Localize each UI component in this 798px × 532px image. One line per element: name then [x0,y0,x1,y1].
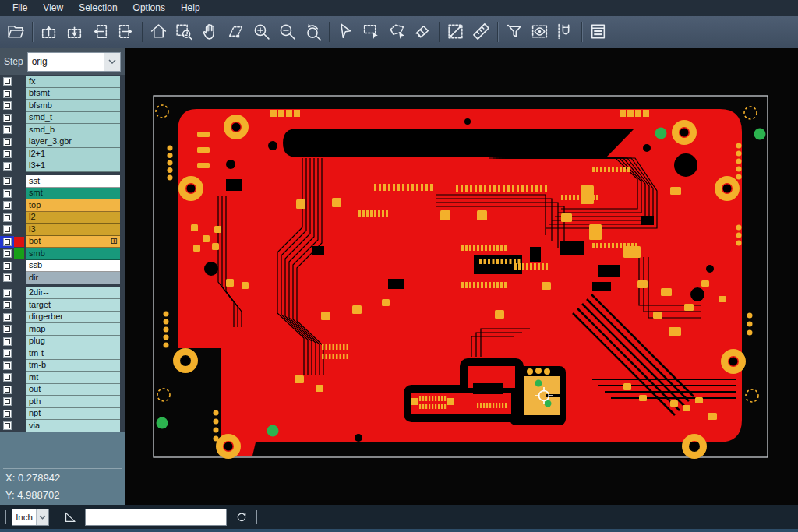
layer-checkbox[interactable] [0,88,14,100]
layer-checkbox[interactable] [0,236,14,248]
layer-checkbox[interactable] [0,212,14,224]
layer-checkbox[interactable] [0,224,14,236]
filter-button[interactable] [501,18,527,46]
layer-checkbox[interactable] [0,148,14,160]
layer-checkbox[interactable] [0,260,14,273]
measure-point-button[interactable] [443,18,468,46]
layer-checkbox[interactable] [0,175,14,188]
select-polygon-button[interactable] [384,18,410,46]
corner-measure-icon[interactable] [61,508,79,527]
layer-row-l3[interactable]: l3 [0,224,125,236]
layer-row-bfsmt[interactable]: bfsmt [0,88,125,100]
layer-checkbox[interactable] [0,160,14,173]
select-rectangle-button[interactable] [358,18,384,46]
visibility-button[interactable] [527,18,553,46]
layer-checkbox[interactable] [0,384,14,396]
layer-checkbox[interactable] [0,360,14,372]
layer-row-l3+1[interactable]: l3+1 [0,160,125,173]
zoom-out-button[interactable] [274,18,300,46]
layer-checkbox[interactable] [0,100,14,112]
zoom-home-button[interactable] [146,18,171,46]
layer-row-smb[interactable]: smb [0,248,125,260]
layer-checkbox[interactable] [0,420,14,432]
layer-checkbox[interactable] [0,347,14,360]
layer-checkbox[interactable] [0,136,14,149]
command-input[interactable] [85,509,227,526]
refresh-icon[interactable] [232,508,251,527]
shift-right-button[interactable] [113,18,139,46]
layer-checkbox[interactable] [0,323,14,336]
layer-row-dirgerber[interactable]: dirgerber [0,312,125,324]
layer-row-tm-t[interactable]: tm-t [0,347,125,360]
layer-checkbox[interactable] [0,272,14,284]
pan-button[interactable] [197,18,223,46]
layer-label: 2dir-- [26,287,120,300]
report-button[interactable] [585,18,611,46]
units-dropdown[interactable]: Inch [12,509,49,526]
layer-checkbox[interactable] [0,112,14,125]
layer-checkbox[interactable] [0,124,14,136]
measure-ruler-button[interactable] [468,18,494,46]
layer-checkbox[interactable] [0,199,14,212]
layer-checkbox[interactable] [0,312,14,324]
layer-row-fx[interactable]: fx [0,76,125,88]
menu-item-options[interactable]: Options [125,1,173,16]
layer-row-via[interactable]: via [0,420,125,432]
layer-checkbox[interactable] [0,396,14,408]
layer-row-smt[interactable]: smt [0,188,125,200]
import-up-button[interactable] [36,18,62,46]
layer-row-sst[interactable]: sst [0,175,125,188]
layer-row-smd_t[interactable]: smd_t [0,112,125,125]
import-down-button[interactable] [62,18,87,46]
layer-row-dir[interactable]: dir [0,272,125,284]
layer-checkbox[interactable] [0,336,14,348]
layer-checkbox[interactable] [0,248,14,260]
zoom-window-button[interactable] [171,18,197,46]
snap-button[interactable] [553,18,578,46]
pcb-viewport[interactable] [125,48,798,505]
layer-row-npt[interactable]: npt [0,408,125,421]
layer-checkbox[interactable] [0,188,14,200]
menu-item-selection[interactable]: Selection [71,1,125,16]
layer-row-2dir--[interactable]: 2dir-- [0,287,125,300]
layer-checkbox[interactable] [0,299,14,312]
layer-row-ssb[interactable]: ssb [0,260,125,273]
layer-checkbox[interactable] [0,287,14,300]
layer-row-bot[interactable]: bot⊞ [0,236,125,248]
layer-label: via [26,420,120,432]
layer-row-plug[interactable]: plug [0,336,125,348]
select-rectangle-icon [362,22,381,41]
layer-label: pth [26,396,120,408]
layer-row-mt[interactable]: mt [0,372,125,384]
step-dropdown[interactable]: orig [27,52,121,72]
layer-checkbox[interactable] [0,76,14,88]
layer-row-bfsmb[interactable]: bfsmb [0,100,125,112]
layer-row-tm-b[interactable]: tm-b [0,360,125,372]
layer-row-pth[interactable]: pth [0,396,125,408]
layer-checkbox[interactable] [0,372,14,384]
zoom-previous-button[interactable] [300,18,326,46]
zoom-polygon-button[interactable] [223,18,249,46]
pcb-canvas[interactable] [125,48,798,505]
layer-row-map[interactable]: map [0,323,125,336]
clear-highlight-button[interactable] [410,18,436,46]
menu-item-help[interactable]: Help [173,1,208,16]
zoom-in-button[interactable] [249,18,274,46]
menu-item-view[interactable]: View [35,1,71,16]
layer-checkbox[interactable] [0,408,14,421]
layer-row-target[interactable]: target [0,299,125,312]
layer-label: l2 [26,212,120,224]
layer-row-smd_b[interactable]: smd_b [0,124,125,136]
open-folder-button[interactable] [3,18,29,46]
layer-color-swatch [14,113,24,124]
layer-row-top[interactable]: top [0,199,125,212]
layer-row-layer_3.gbr[interactable]: layer_3.gbr [0,136,125,149]
layer-row-l2[interactable]: l2 [0,212,125,224]
checkbox-icon [3,238,12,246]
shift-left-button[interactable] [87,18,113,46]
select-button[interactable] [333,18,358,46]
menu-item-file[interactable]: File [5,1,35,16]
checkbox-icon [3,301,12,309]
layer-row-l2+1[interactable]: l2+1 [0,148,125,160]
layer-row-out[interactable]: out [0,384,125,396]
